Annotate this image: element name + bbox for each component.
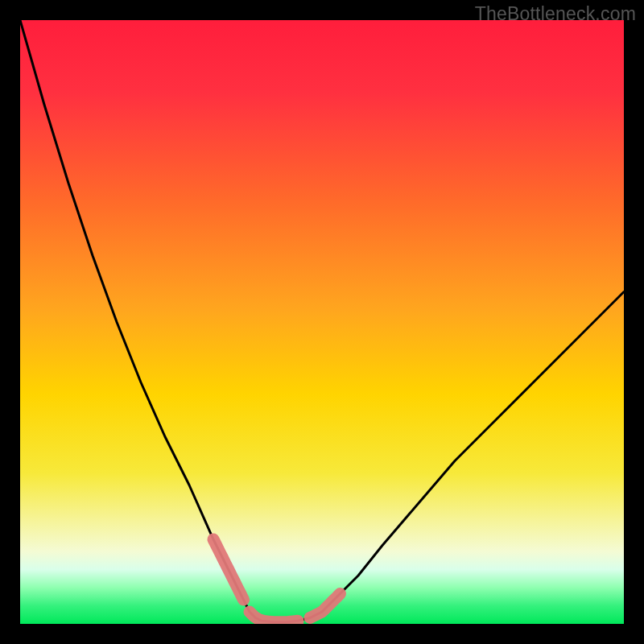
chart-plot: [20, 20, 624, 624]
chart-frame: [20, 20, 624, 624]
gradient-background: [20, 20, 624, 624]
